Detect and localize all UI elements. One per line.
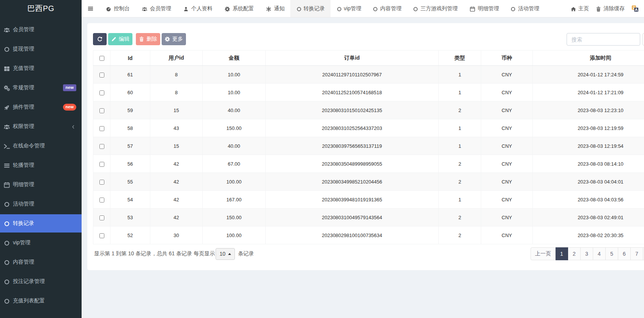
circle-o-icon [4, 240, 10, 246]
dashboard-icon [106, 6, 111, 12]
cell: CNY [481, 155, 533, 173]
page-size-dropdown[interactable]: 10 [216, 248, 235, 260]
page-prev[interactable]: 上一页 [531, 247, 556, 260]
row-checkbox[interactable] [99, 73, 104, 78]
sidebar-item-2[interactable]: 充值管理 [0, 59, 82, 78]
row-checkbox[interactable] [99, 233, 104, 238]
delete-button[interactable]: 删除 [136, 33, 160, 45]
cell: 2023080350489998959055 [266, 155, 439, 173]
cell: 2 [439, 209, 481, 226]
cell: 54 [110, 191, 150, 209]
row-checkbox[interactable] [99, 215, 104, 220]
gear-icon [225, 6, 230, 12]
page-7[interactable]: 7 [631, 247, 643, 260]
cell: 59 [110, 101, 150, 119]
page-3[interactable]: 3 [581, 247, 593, 260]
nav-tab-2[interactable]: 个人资料 [177, 0, 218, 17]
sidebar-item-12[interactable]: 内容管理 [0, 253, 82, 271]
sidebar-item-9[interactable]: 活动管理 [0, 195, 82, 213]
sidebar-toggle-button[interactable] [82, 0, 99, 17]
table-footer: 显示第 1 到第 10 条记录，总共 61 条记录 每页显示 10 条记录 上一… [93, 247, 644, 260]
cell: 30 [150, 226, 203, 244]
more-button[interactable]: 更多 [162, 33, 186, 45]
nav-tab-label: 系统配置 [233, 5, 254, 12]
sidebar-item-11[interactable]: vip管理 [0, 234, 82, 252]
sidebar-item-label: 常规管理 [13, 84, 34, 91]
cell: 2024011252100574168518 [266, 84, 439, 101]
cell: CNY [481, 66, 533, 84]
nav-tab-8[interactable]: 三方游戏列管理 [407, 0, 463, 17]
table-row: 564267.0020230803504899989590552CNY2023-… [93, 155, 644, 173]
nav-tab-6[interactable]: vip管理 [331, 0, 367, 17]
users-icon [4, 27, 10, 33]
column-header-4[interactable]: 类型 [439, 51, 481, 66]
sidebar-item-8[interactable]: 明细管理 [0, 176, 82, 194]
nav-action-trash[interactable]: 清除缓存 [592, 0, 628, 17]
nav-tab-9[interactable]: 明细管理 [463, 0, 505, 17]
cell: 100.00 [203, 173, 266, 191]
sidebar-item-label: 充值列表配置 [13, 297, 45, 304]
sidebar-item-7[interactable]: 轮播管理 [0, 156, 82, 174]
cogs-icon [4, 85, 10, 91]
nav-tab-10[interactable]: 活动管理 [505, 0, 545, 17]
column-header-2[interactable]: 金额 [203, 51, 266, 66]
column-header-1[interactable]: 用户id [150, 51, 203, 66]
page-5[interactable]: 5 [606, 247, 618, 260]
nav-action-lang[interactable] [628, 0, 642, 17]
home-icon [571, 6, 576, 12]
row-checkbox[interactable] [99, 126, 104, 131]
table-row: 5542100.0020230803499852102044562CNY2023… [93, 173, 644, 191]
nav-action-home[interactable]: 主页 [567, 0, 592, 17]
search-input[interactable] [567, 33, 640, 46]
page-4[interactable]: 4 [593, 247, 606, 260]
button-label: 删除 [146, 36, 157, 43]
sidebar-item-label: 活动管理 [13, 201, 34, 207]
row-checkbox[interactable] [99, 198, 104, 203]
row-select-cell [93, 155, 110, 173]
nav-tab-0[interactable]: 控制台 [99, 0, 135, 17]
new-badge: new [63, 84, 76, 91]
edit-button[interactable]: 编辑 [108, 33, 132, 45]
row-checkbox[interactable] [99, 108, 104, 113]
circle-o-icon [4, 221, 10, 227]
column-header-0[interactable]: Id [110, 51, 150, 66]
sidebar-item-4[interactable]: 插件管理 new [0, 98, 82, 116]
column-header-3[interactable]: 订单id [266, 51, 439, 66]
cell: 2024011297101102507967 [266, 66, 439, 84]
sidebar-item-1[interactable]: 提现管理 [0, 40, 82, 58]
page-2[interactable]: 2 [568, 247, 581, 260]
row-checkbox[interactable] [99, 144, 104, 149]
sidebar-item-10[interactable]: 转换记录 [0, 214, 82, 233]
refresh-button[interactable] [93, 33, 107, 45]
refresh-table-button[interactable] [642, 33, 644, 46]
records-table: Id用户id金额订单id类型币种添加时间 61810.0020240112971… [93, 50, 644, 244]
nav-tab-label: 明细管理 [478, 5, 499, 12]
sidebar-item-14[interactable]: 充值列表配置 [0, 292, 82, 310]
table-row: 5230100.0020230802981001007356342CNY2023… [93, 226, 644, 244]
select-all-checkbox[interactable] [99, 56, 104, 61]
page-1[interactable]: 1 [556, 247, 568, 260]
sidebar-item-label: 提现管理 [13, 46, 34, 52]
column-header-6[interactable]: 添加时间 [533, 51, 644, 66]
sidebar-item-13[interactable]: 投注记录管理 [0, 272, 82, 291]
sidebar-item-3[interactable]: 常规管理 new [0, 79, 82, 97]
cell: 67.00 [203, 155, 266, 173]
nav-tab-3[interactable]: 系统配置 [218, 0, 260, 17]
nav-tab-1[interactable]: 会员管理 [135, 0, 177, 17]
sidebar-item-0[interactable]: 会员管理 [0, 21, 82, 39]
nav-tab-4[interactable]: 通知 [260, 0, 290, 17]
row-checkbox[interactable] [99, 162, 104, 167]
sidebar-item-6[interactable]: 在线命令管理 [0, 137, 82, 155]
row-checkbox[interactable] [99, 180, 104, 185]
cell: 40.00 [203, 101, 266, 119]
hamburger-icon [87, 6, 94, 11]
cell: CNY [481, 101, 533, 119]
cell: 2 [439, 226, 481, 244]
nav-tab-7[interactable]: 内容管理 [367, 0, 407, 17]
column-header-5[interactable]: 币种 [481, 51, 533, 66]
nav-tab-label: 三方游戏列管理 [420, 5, 458, 12]
sidebar-item-5[interactable]: 权限管理 [0, 117, 82, 136]
nav-tab-5[interactable]: 转换记录 [290, 0, 331, 17]
row-checkbox[interactable] [99, 90, 104, 95]
page-6[interactable]: 6 [618, 247, 631, 260]
